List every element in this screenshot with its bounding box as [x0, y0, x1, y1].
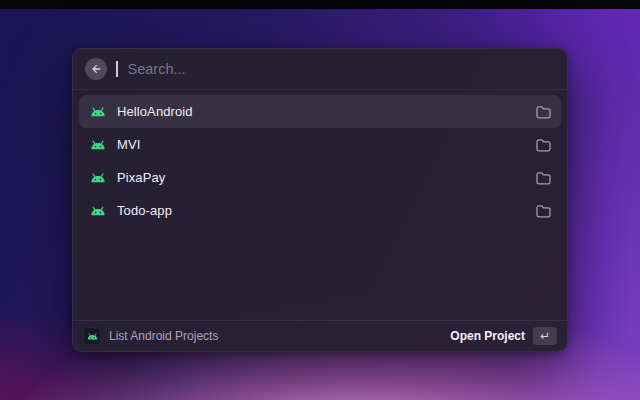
android-robot-icon [89, 139, 107, 151]
project-name: HelloAndroid [117, 104, 193, 119]
list-item[interactable]: Todo-app [79, 194, 561, 227]
launcher-window: HelloAndroid MVI PixaPay [72, 48, 568, 352]
folder-icon [535, 170, 551, 186]
results-list: HelloAndroid MVI PixaPay [73, 90, 567, 320]
project-name: MVI [117, 137, 140, 152]
arrow-left-icon [90, 63, 102, 75]
android-robot-icon [89, 172, 107, 184]
text-cursor [116, 61, 118, 77]
list-item[interactable]: HelloAndroid [79, 95, 561, 128]
command-title: List Android Projects [109, 329, 218, 343]
folder-icon [535, 137, 551, 153]
list-item[interactable]: PixaPay [79, 161, 561, 194]
back-button[interactable] [85, 58, 107, 80]
list-item[interactable]: MVI [79, 128, 561, 161]
menu-bar [0, 0, 640, 9]
search-input[interactable] [128, 61, 556, 77]
folder-icon [535, 104, 551, 120]
command-android-icon [83, 327, 101, 345]
primary-action-label[interactable]: Open Project [450, 329, 525, 343]
footer-bar: List Android Projects Open Project ↵ [73, 320, 567, 351]
project-name: Todo-app [117, 203, 172, 218]
project-name: PixaPay [117, 170, 165, 185]
search-bar [73, 49, 567, 90]
android-robot-icon [89, 205, 107, 217]
android-robot-icon [89, 106, 107, 118]
return-key-icon: ↵ [533, 327, 557, 345]
folder-icon [535, 203, 551, 219]
